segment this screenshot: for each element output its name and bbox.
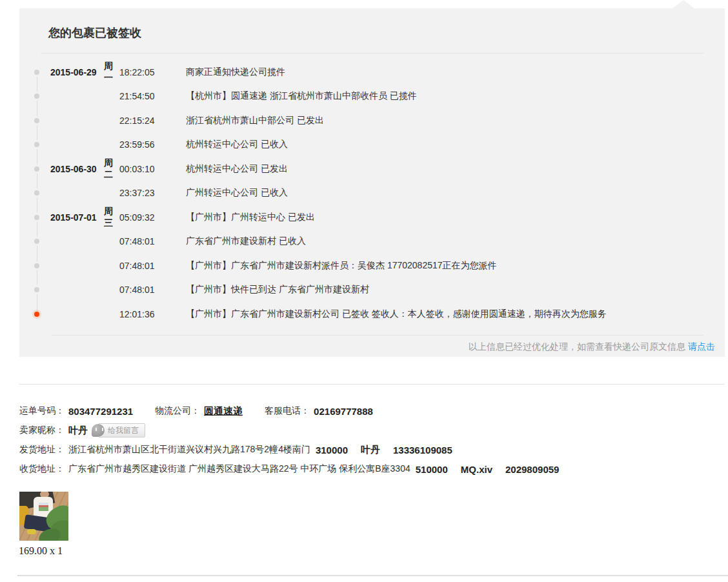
ship-to-zip: 510000 — [416, 464, 448, 475]
timeline-event-row: 2015-06-29 周一 18:22:05 商家正通知快递公司揽件 — [19, 60, 725, 85]
timeline-dot-icon — [34, 263, 39, 268]
wangwang-chat-icon — [92, 424, 105, 437]
service-phone-number: 02169777888 — [314, 406, 373, 417]
ship-from-phone: 13336109085 — [393, 445, 452, 456]
timeline-time: 22:15:24 — [119, 115, 167, 126]
timeline-event-row: 07:48:01 广东省广州市建设新村 已收入 — [19, 230, 725, 254]
timeline-dot-icon — [34, 239, 39, 244]
timeline-weekday: 周二 — [104, 157, 119, 181]
product-thumbnail[interactable] — [19, 492, 68, 541]
timeline-event-row: 23:59:56 杭州转运中心公司 已收入 — [19, 133, 725, 157]
timeline-event-row: 2015-06-30 周二 00:03:10 杭州转运中心公司 已发出 — [19, 157, 725, 181]
tracking-status-title: 您的包裹已被签收 — [48, 26, 141, 40]
view-original-link[interactable]: 请点击 — [688, 341, 715, 352]
courier-company-link[interactable]: 圆通速递 — [204, 405, 243, 417]
section-divider — [19, 384, 724, 385]
waybill-number: 803477291231 — [68, 406, 133, 417]
timeline-dot-icon — [34, 287, 39, 292]
leave-message-label: 给我留言 — [108, 424, 139, 437]
timeline-weekday: 周一 — [104, 61, 119, 84]
timeline-time: 18:22:05 — [119, 67, 167, 77]
ship-from-address: 浙江省杭州市萧山区北干街道兴议村兴九路178号2幢4楼南门 — [68, 444, 310, 456]
timeline-date: 2015-07-01 — [50, 212, 104, 223]
price-quantity: 169.00 x 1 — [19, 545, 63, 557]
ship-to-name: MQ.xiv — [461, 464, 492, 475]
timeline-dot-icon — [34, 118, 39, 123]
timeline-time: 05:09:32 — [119, 212, 167, 223]
timeline-message: 商家正通知快递公司揽件 — [186, 66, 285, 78]
ship-to-row: 收货地址： 广东省广州市越秀区建设街道 广州越秀区建设大马路22号 中环广场 保… — [19, 459, 716, 479]
timeline-message: 杭州转运中心公司 已发出 — [186, 163, 288, 175]
ship-from-zip: 310000 — [316, 445, 348, 456]
timeline-dot-icon — [34, 215, 39, 220]
timeline-event-row: 21:54:50 【杭州市】圆通速递 浙江省杭州市萧山中部收件员 已揽件 — [19, 85, 725, 109]
leave-message-button[interactable]: 给我留言 — [98, 423, 145, 437]
timeline-time: 07:48:01 — [119, 285, 167, 295]
timeline-dot-icon — [34, 142, 39, 147]
timeline-event-row: 23:37:23 广州转运中心公司 已收入 — [19, 181, 725, 206]
timeline-dot-icon — [34, 94, 39, 99]
timeline-time: 00:03:10 — [119, 164, 167, 174]
ship-from-name: 叶丹 — [361, 444, 380, 456]
ship-from-label: 发货地址： — [19, 444, 65, 456]
timeline-message: 【广州市】广州转运中心 已发出 — [186, 212, 315, 223]
logistics-page: 您的包裹已被签收 2015-06-29 周一 18:22:05 商家正通知快递公… — [0, 0, 728, 582]
title-divider — [41, 53, 703, 54]
timeline-message: 【广州市】广东省广州市建设新村派件员：吴俊杰 17702082517正在为您派件 — [186, 260, 497, 272]
timeline-time: 23:37:23 — [119, 188, 167, 198]
service-phone-label: 客服电话： — [265, 405, 310, 417]
timeline-message: 【广州市】广东省广州市建设新村公司 已签收 签收人：本人签收，感谢使用圆通速递，… — [186, 308, 607, 320]
timeline-message: 浙江省杭州市萧山中部公司 已发出 — [186, 115, 324, 126]
timeline-dot-icon — [34, 70, 39, 75]
bottom-divider — [17, 575, 728, 576]
timeline-dot-icon — [34, 166, 39, 172]
timeline-date: 2015-06-29 — [50, 67, 104, 77]
footer-divider — [52, 335, 703, 336]
waybill-label: 运单号码： — [19, 405, 65, 417]
timeline-message: 广东省广州市建设新村 已收入 — [186, 236, 306, 247]
timeline-event-row: 2015-07-01 周三 05:09:32 【广州市】广州转运中心 已发出 — [19, 205, 725, 230]
tracking-box: 您的包裹已被签收 2015-06-29 周一 18:22:05 商家正通知快递公… — [19, 8, 725, 357]
seller-row: 卖家昵称： 叶丹 给我留言 — [19, 421, 716, 440]
order-details: 运单号码： 803477291231 物流公司： 圆通速递 客服电话： 0216… — [19, 401, 716, 479]
timeline-weekday: 周三 — [104, 206, 119, 229]
timeline-time: 07:48:01 — [119, 261, 167, 271]
company-group: 物流公司： 圆通速递 — [155, 405, 243, 417]
seller-nickname: 叶丹 — [68, 425, 88, 437]
timeline-message: 【杭州市】圆通速递 浙江省杭州市萧山中部收件员 已揽件 — [186, 90, 417, 102]
optimized-info-notice: 以上信息已经过优化处理，如需查看快递公司原文信息请点击 — [469, 339, 715, 354]
timeline-event-row: 07:48:01 【广州市】广东省广州市建设新村派件员：吴俊杰 17702082… — [19, 254, 725, 278]
timeline-message: 杭州转运中心公司 已收入 — [186, 139, 288, 150]
notice-text: 以上信息已经过优化处理，如需查看快递公司原文信息 — [469, 341, 685, 352]
callout-arrow-up-icon — [672, 0, 694, 8]
timeline-event-row: 12:01:36 【广州市】广东省广州市建设新村公司 已签收 签收人：本人签收，… — [19, 302, 725, 326]
timeline-dot-icon — [34, 190, 39, 196]
timeline-message: 【广州市】快件已到达 广东省广州市建设新村 — [186, 284, 369, 296]
timeline-time: 21:54:50 — [119, 91, 167, 101]
waybill-row: 运单号码： 803477291231 物流公司： 圆通速递 客服电话： 0216… — [19, 401, 716, 421]
timeline: 2015-06-29 周一 18:22:05 商家正通知快递公司揽件 21:54… — [19, 60, 725, 326]
timeline-time: 23:59:56 — [119, 139, 167, 150]
timeline-dot-icon — [34, 312, 39, 317]
timeline-event-row: 07:48:01 【广州市】快件已到达 广东省广州市建设新村 — [19, 278, 725, 303]
ship-to-label: 收货地址： — [19, 463, 65, 475]
timeline-time: 07:48:01 — [119, 236, 167, 246]
seller-label: 卖家昵称： — [19, 425, 65, 436]
timeline-event-row: 22:15:24 浙江省杭州市萧山中部公司 已发出 — [19, 108, 725, 133]
timeline-message: 广州转运中心公司 已收入 — [186, 187, 288, 199]
service-phone-group: 客服电话： 02169777888 — [265, 405, 373, 417]
timeline-time: 12:01:36 — [119, 309, 167, 319]
company-label: 物流公司： — [155, 405, 200, 417]
ship-to-phone: 2029809059 — [505, 464, 559, 475]
ship-to-address: 广东省广州市越秀区建设街道 广州越秀区建设大马路22号 中环广场 保利公寓B座3… — [68, 463, 410, 475]
timeline-date: 2015-06-30 — [50, 164, 104, 174]
ship-from-row: 发货地址： 浙江省杭州市萧山区北干街道兴议村兴九路178号2幢4楼南门 3100… — [19, 440, 716, 459]
